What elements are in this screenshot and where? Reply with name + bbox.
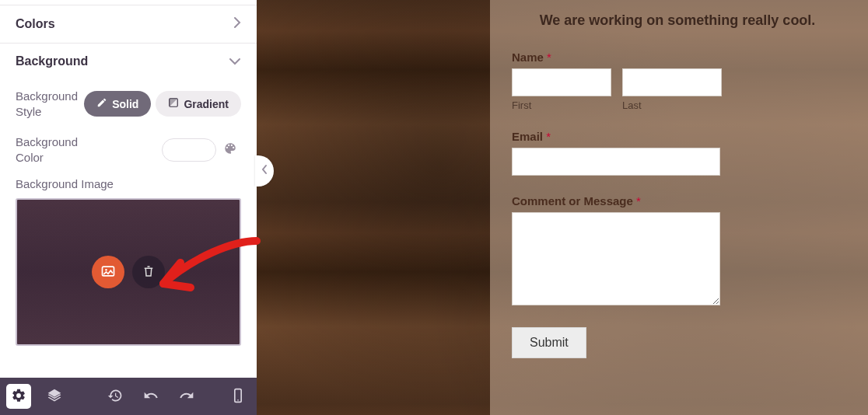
first-name-input[interactable] [512, 68, 611, 96]
gradient-icon [168, 97, 179, 110]
canvas-preview: We are working on something really cool.… [257, 0, 868, 415]
background-style-row: Background Style Solid Gradient [16, 82, 241, 128]
solid-button[interactable]: Solid [84, 91, 151, 117]
email-field: Email * [512, 130, 843, 176]
background-style-label: Background Style [16, 89, 84, 119]
trash-icon [142, 264, 156, 281]
mobile-icon [230, 388, 246, 406]
required-marker: * [636, 194, 641, 208]
pencil-icon [96, 97, 107, 110]
history-button[interactable] [103, 384, 128, 409]
comment-label: Comment or Message * [512, 194, 843, 208]
layers-button[interactable] [42, 384, 67, 409]
canvas-background [257, 0, 490, 415]
last-name-input[interactable] [622, 68, 722, 96]
chevron-right-icon [233, 16, 241, 32]
bottom-toolbar [0, 378, 257, 415]
name-field: Name * First Last [512, 51, 843, 111]
section-background-title: Background [16, 54, 88, 68]
submit-button[interactable]: Submit [512, 327, 586, 358]
email-input[interactable] [512, 148, 720, 176]
palette-icon [223, 141, 237, 158]
last-sublabel: Last [622, 99, 722, 111]
undo-icon [143, 388, 159, 406]
comment-field: Comment or Message * [512, 194, 843, 309]
first-sublabel: First [512, 99, 611, 111]
page-tagline: We are working on something really cool. [512, 0, 843, 51]
background-controls: Background Style Solid Gradient [0, 79, 257, 355]
required-marker: * [547, 51, 551, 64]
settings-button[interactable] [6, 384, 31, 409]
background-color-row: Background Color [16, 128, 241, 174]
layers-icon [47, 388, 62, 406]
device-preview-button[interactable] [226, 384, 250, 409]
form-container: We are working on something really cool.… [490, 0, 868, 415]
color-swatch[interactable] [162, 138, 216, 162]
color-palette-button[interactable] [219, 139, 241, 161]
history-icon [107, 388, 123, 406]
gradient-label: Gradient [184, 98, 229, 110]
color-swatch-wrap [162, 138, 241, 162]
replace-image-button[interactable] [92, 256, 124, 288]
undo-button[interactable] [138, 384, 163, 409]
email-label: Email * [512, 130, 843, 143]
section-colors[interactable]: Colors [0, 5, 257, 43]
chevron-down-icon [229, 54, 241, 68]
delete-image-button[interactable] [132, 256, 165, 288]
email-label-text: Email [512, 130, 543, 143]
gear-icon [11, 388, 26, 406]
svg-point-2 [105, 269, 107, 271]
background-color-label: Background Color [16, 134, 93, 165]
section-background[interactable]: Background [0, 43, 257, 79]
background-style-segmented: Solid Gradient [84, 91, 241, 117]
redo-icon [179, 388, 194, 406]
sidebar-content: Colors Background Background Style So [0, 0, 257, 378]
background-image-label: Background Image [16, 174, 241, 198]
section-colors-title: Colors [16, 17, 55, 31]
redo-button[interactable] [174, 384, 199, 409]
sidebar: Colors Background Background Style So [0, 0, 257, 415]
name-label: Name * [512, 51, 843, 64]
svg-point-4 [237, 399, 239, 401]
solid-label: Solid [112, 98, 138, 110]
name-label-text: Name [512, 51, 544, 64]
background-image-preview[interactable] [16, 198, 241, 346]
submit-label: Submit [530, 336, 569, 349]
chevron-left-icon [261, 164, 268, 178]
image-icon [100, 263, 116, 281]
comment-textarea[interactable] [512, 212, 720, 305]
comment-label-text: Comment or Message [512, 194, 633, 208]
required-marker: * [546, 130, 551, 143]
gradient-button[interactable]: Gradient [156, 91, 241, 117]
